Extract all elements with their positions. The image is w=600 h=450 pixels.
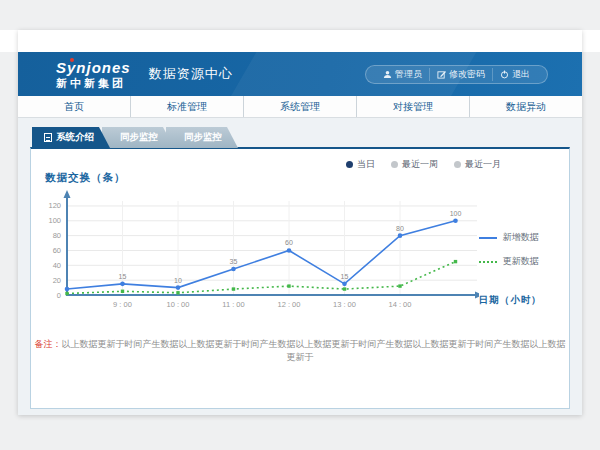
user-icon [383,70,392,79]
tab-label: 系统介绍 [56,131,94,144]
page-title: 数据资源中心 [149,65,233,83]
svg-text:80: 80 [396,225,404,232]
document-icon [44,133,52,142]
svg-text:10: 10 [174,277,182,284]
svg-text:10 : 00: 10 : 00 [167,300,190,309]
svg-text:35: 35 [230,258,238,265]
svg-text:11 : 00: 11 : 00 [222,300,244,309]
svg-text:9 : 00: 9 : 00 [113,300,132,309]
filter-last-month-radio[interactable]: 最近一月 [454,158,501,171]
svg-text:12 : 00: 12 : 00 [278,300,301,309]
radio-selected-icon [346,161,353,168]
card-top-strip [18,30,582,52]
svg-text:20: 20 [53,276,61,285]
tab-system-intro[interactable]: 系统介绍 [32,127,110,148]
logo-company-name: 新中新集团 [56,78,131,89]
filter-label: 当日 [357,158,375,171]
logout-label: 退出 [512,68,530,81]
svg-text:100: 100 [450,210,462,217]
content-area: 系统介绍 同步监控 同步监控 当日 最近一周 [18,118,582,415]
svg-text:80: 80 [53,231,61,240]
main-nav: 首页 标准管理 系统管理 对接管理 数据异动 [18,96,582,118]
tab-label: 同步监控 [120,131,158,144]
svg-text:40: 40 [53,261,61,270]
svg-text:0: 0 [57,291,61,300]
filter-last-week-radio[interactable]: 最近一周 [391,158,438,171]
logo-red-dot [70,58,74,62]
radio-unselected-icon [454,161,461,168]
y-axis-title: 数据交换（条） [45,171,569,185]
svg-text:13 : 00: 13 : 00 [333,300,356,309]
legend-item-new-data: 新增数据 [479,231,569,244]
nav-item-system-mgmt[interactable]: 系统管理 [243,96,356,117]
page-card: Synjones 新中新集团 数据资源中心 管理员 修改密码 [18,30,582,415]
svg-text:15: 15 [341,273,349,280]
logout-button[interactable]: 退出 [492,68,537,81]
footnote-text: 以上数据更新于时间产生数据以上数据更新于时间产生数据以上数据更新于时间产生数据以… [62,339,566,362]
nav-item-interface-mgmt[interactable]: 对接管理 [356,96,469,117]
svg-text:60: 60 [285,239,293,246]
user-menu: 管理员 修改密码 退出 [365,65,548,84]
line-chart: 0204060801001209 : 0010 : 0011 : 0012 : … [35,187,479,313]
filter-label: 最近一月 [465,158,501,171]
time-range-filters: 当日 最近一周 最近一月 [346,158,501,171]
svg-text:14 : 00: 14 : 00 [389,300,412,309]
chart-legend-column: 新增数据 更新数据 日期（小时） [479,187,569,313]
current-user-button[interactable]: 管理员 [376,68,429,81]
change-password-button[interactable]: 修改密码 [429,68,492,81]
user-menu-label: 管理员 [395,68,422,81]
footnote-label: 备注： [35,339,62,349]
logo-brand-name: Synjones [56,60,131,75]
chart-panel: 当日 最近一周 最近一月 数据交换（条） 0204060801001209 : … [30,147,570,409]
svg-text:15: 15 [119,273,127,280]
app-header: Synjones 新中新集团 数据资源中心 管理员 修改密码 [18,52,582,96]
svg-text:100: 100 [48,216,61,225]
x-axis-title: 日期（小时） [479,294,569,307]
nav-item-home[interactable]: 首页 [18,96,130,117]
nav-item-standard-mgmt[interactable]: 标准管理 [130,96,243,117]
blue-solid-line-icon [479,237,497,239]
radio-unselected-icon [391,161,398,168]
svg-text:120: 120 [48,201,61,210]
tab-sync-monitor-1[interactable]: 同步监控 [102,127,174,148]
legend-label: 新增数据 [503,231,539,244]
filter-label: 最近一周 [402,158,438,171]
tab-label: 同步监控 [184,131,222,144]
change-password-label: 修改密码 [449,68,485,81]
footnote: 备注：以上数据更新于时间产生数据以上数据更新于时间产生数据以上数据更新于时间产生… [31,338,569,364]
tab-bar: 系统介绍 同步监控 同步监控 [32,127,582,148]
green-dotted-line-icon [479,261,497,263]
filter-today-radio[interactable]: 当日 [346,158,375,171]
legend-item-updated-data: 更新数据 [479,255,569,268]
svg-text:60: 60 [53,246,61,255]
company-logo: Synjones 新中新集团 [56,60,131,89]
edit-icon [437,70,446,79]
nav-item-data-change[interactable]: 数据异动 [469,96,582,117]
tab-sync-monitor-2[interactable]: 同步监控 [166,127,238,148]
power-icon [500,70,509,79]
legend-label: 更新数据 [503,255,539,268]
chart-area: 0204060801001209 : 0010 : 0011 : 0012 : … [31,187,569,313]
